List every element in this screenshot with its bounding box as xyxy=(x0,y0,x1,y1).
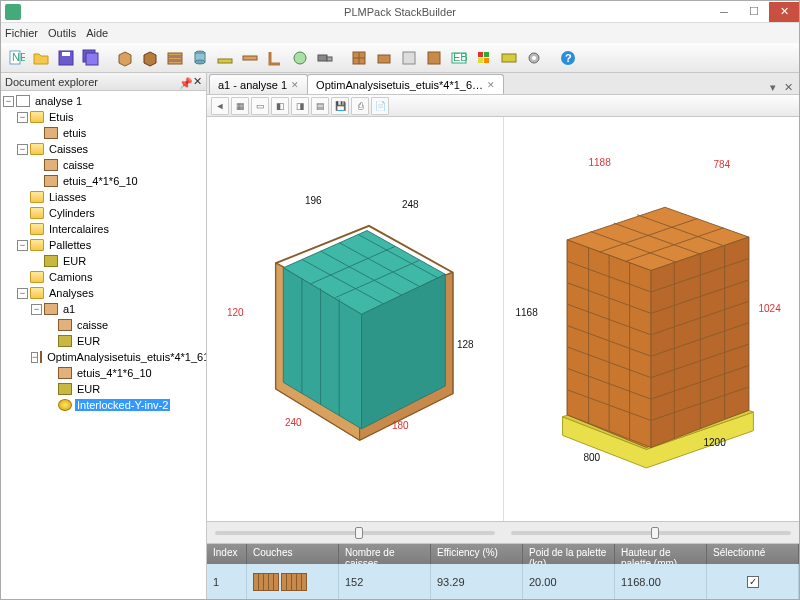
col-poids[interactable]: Poid de la palette (kg) xyxy=(523,544,615,564)
tree-a1-eur[interactable]: EUR xyxy=(75,335,102,347)
save-view-icon[interactable]: 💾 xyxy=(331,97,349,115)
print-icon[interactable]: ⎙ xyxy=(351,97,369,115)
menu-outils[interactable]: Outils xyxy=(48,27,76,39)
tree-camions[interactable]: Camions xyxy=(47,271,94,283)
tree-a1[interactable]: a1 xyxy=(61,303,77,315)
maximize-button[interactable]: ☐ xyxy=(739,2,769,22)
table-row[interactable]: 1 152 93.29 20.00 1168.00 xyxy=(207,564,799,599)
results-table: Index Couches Nombre de caisses Efficien… xyxy=(207,543,799,599)
tab-a1[interactable]: a1 - analyse 1✕ xyxy=(209,74,308,94)
settings-icon[interactable] xyxy=(523,47,545,69)
tree-etuis-item[interactable]: etuis xyxy=(61,127,88,139)
cell-couches xyxy=(247,564,339,599)
film-icon[interactable] xyxy=(289,47,311,69)
tab-close-icon[interactable]: ✕ xyxy=(487,80,495,90)
tab-close-icon[interactable]: ✕ xyxy=(291,80,299,90)
help-icon[interactable]: ? xyxy=(557,47,579,69)
view2-icon[interactable]: ▭ xyxy=(251,97,269,115)
save-all-icon[interactable] xyxy=(80,47,102,69)
main-toolbar: NEW EBCS ? xyxy=(1,43,799,73)
analysis1-icon[interactable] xyxy=(348,47,370,69)
tree-root[interactable]: analyse 1 xyxy=(33,95,84,107)
tree-optim-eur[interactable]: EUR xyxy=(75,383,102,395)
tree-eur[interactable]: EUR xyxy=(61,255,88,267)
tab-menu-icon[interactable]: ▾ xyxy=(766,81,780,94)
case-3d-view[interactable]: 196 248 120 128 240 180 xyxy=(207,117,503,521)
cell-index: 1 xyxy=(207,564,247,599)
view3-icon[interactable]: ◧ xyxy=(271,97,289,115)
cube-icon[interactable] xyxy=(473,47,495,69)
svg-rect-6 xyxy=(168,53,182,56)
minimize-button[interactable]: ─ xyxy=(709,2,739,22)
tree-a1-caisse[interactable]: caisse xyxy=(75,319,110,331)
dim-1024: 1024 xyxy=(759,303,781,314)
analysis4-icon[interactable] xyxy=(423,47,445,69)
col-couches[interactable]: Couches xyxy=(247,544,339,564)
view5-icon[interactable]: ▤ xyxy=(311,97,329,115)
col-index[interactable]: Index xyxy=(207,544,247,564)
dim-1188: 1188 xyxy=(589,157,611,168)
cell-nombre: 152 xyxy=(339,564,431,599)
tree-selected[interactable]: Interlocked-Y-inv-2 xyxy=(75,399,170,411)
back-icon[interactable]: ◄ xyxy=(211,97,229,115)
tree-optim[interactable]: OptimAnalysisetuis_etuis*4*1_61 xyxy=(45,351,206,363)
window-title: PLMPack StackBuilder xyxy=(344,6,456,18)
dim-1168: 1168 xyxy=(516,307,538,318)
corner-icon[interactable] xyxy=(264,47,286,69)
box-icon[interactable] xyxy=(114,47,136,69)
view4-icon[interactable]: ◨ xyxy=(291,97,309,115)
interlayer-icon[interactable] xyxy=(239,47,261,69)
menu-aide[interactable]: Aide xyxy=(86,27,108,39)
open-icon[interactable] xyxy=(30,47,52,69)
view1-icon[interactable]: ▦ xyxy=(231,97,249,115)
truck-icon[interactable] xyxy=(314,47,336,69)
col-eff[interactable]: Efficiency (%) xyxy=(431,544,523,564)
pin-icon[interactable]: 📌 xyxy=(179,77,189,87)
cell-sel[interactable] xyxy=(707,564,799,599)
tree-caisses[interactable]: Caisses xyxy=(47,143,90,155)
svg-rect-28 xyxy=(484,58,489,63)
angle-slider-2[interactable] xyxy=(511,531,791,535)
ect-icon[interactable]: EBCS xyxy=(448,47,470,69)
tree-cylinders[interactable]: Cylinders xyxy=(47,207,97,219)
box2-icon[interactable] xyxy=(139,47,161,69)
dim-196: 196 xyxy=(305,195,322,206)
tree-etuis[interactable]: Etuis xyxy=(47,111,75,123)
svg-text:?: ? xyxy=(565,52,572,64)
svg-point-14 xyxy=(294,52,306,64)
close-button[interactable]: ✕ xyxy=(769,2,799,22)
cylinder-icon[interactable] xyxy=(189,47,211,69)
tree-optim-etuis[interactable]: etuis_4*1*6_10 xyxy=(75,367,154,379)
tree-intercalaires[interactable]: Intercalaires xyxy=(47,223,111,235)
svg-rect-20 xyxy=(378,55,390,63)
dim-240: 240 xyxy=(285,417,302,428)
col-nombre[interactable]: Nombre de caisses xyxy=(339,544,431,564)
col-sel[interactable]: Sélectionné xyxy=(707,544,799,564)
tree-liasses[interactable]: Liasses xyxy=(47,191,88,203)
explorer-close-icon[interactable]: ✕ xyxy=(193,75,202,88)
angle-slider-1[interactable] xyxy=(215,531,495,535)
report-icon[interactable]: 📄 xyxy=(371,97,389,115)
tree-analyses[interactable]: Analyses xyxy=(47,287,96,299)
tab-optim[interactable]: OptimAnalysisetuis_etuis*4*1_6…✕ xyxy=(307,74,504,94)
tree-view[interactable]: −analyse 1 −Etuis etuis −Caisses caisse … xyxy=(1,91,206,599)
svg-rect-25 xyxy=(478,52,483,57)
pallet-icon[interactable] xyxy=(214,47,236,69)
analysis2-icon[interactable] xyxy=(373,47,395,69)
tree-pallettes[interactable]: Pallettes xyxy=(47,239,93,251)
col-hauteur[interactable]: Hauteur de palette (mm) xyxy=(615,544,707,564)
pallet-3d-view[interactable]: 1188 784 1168 1024 800 1200 xyxy=(503,117,800,521)
layer-thumb-icon xyxy=(253,573,279,591)
svg-rect-21 xyxy=(403,52,415,64)
save-icon[interactable] xyxy=(55,47,77,69)
analysis3-icon[interactable] xyxy=(398,47,420,69)
menu-fichier[interactable]: Fichier xyxy=(5,27,38,39)
svg-rect-7 xyxy=(168,57,182,60)
explorer-title: Document explorer xyxy=(5,76,98,88)
layer-edit-icon[interactable] xyxy=(498,47,520,69)
tree-etuis4[interactable]: etuis_4*1*6_10 xyxy=(61,175,140,187)
tree-caisse[interactable]: caisse xyxy=(61,159,96,171)
bundle-icon[interactable] xyxy=(164,47,186,69)
tab-overflow-close-icon[interactable]: ✕ xyxy=(780,81,797,94)
new-icon[interactable]: NEW xyxy=(5,47,27,69)
